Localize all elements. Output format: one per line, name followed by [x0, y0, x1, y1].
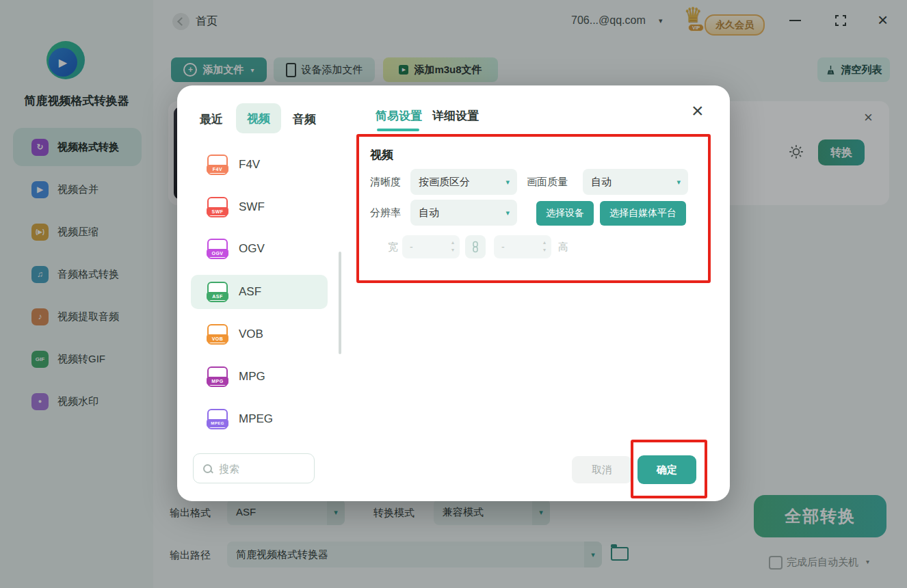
format-name: MPG	[239, 370, 265, 384]
file-icon: F4V	[207, 155, 228, 175]
file-icon: MPEG	[207, 409, 228, 429]
format-name: OGV	[239, 242, 265, 256]
format-settings-modal: 最近 视频 音频 F4V F4V SWF SWF OGV OGV ASF ASF…	[177, 85, 730, 501]
file-icon: OGV	[207, 239, 228, 259]
tab-recent[interactable]: 最近	[200, 111, 223, 127]
format-name: SWF	[239, 200, 265, 214]
format-option-swf[interactable]: SWF SWF	[191, 190, 328, 224]
format-option-mpeg[interactable]: MPEG MPEG	[191, 402, 328, 436]
file-icon: VOB	[207, 324, 228, 345]
format-name: MPEG	[239, 412, 273, 426]
format-list-scrollbar[interactable]	[339, 252, 341, 354]
format-option-mpg[interactable]: MPG MPG	[191, 360, 328, 394]
format-search-box[interactable]	[193, 453, 315, 483]
tab-audio[interactable]: 音频	[293, 111, 316, 127]
format-option-vob[interactable]: VOB VOB	[191, 317, 328, 351]
file-icon: SWF	[207, 197, 228, 217]
tab-detailed-settings[interactable]: 详细设置	[432, 108, 479, 124]
active-tab-underline	[377, 129, 419, 131]
annotation-rect-confirm	[631, 440, 707, 498]
tab-simple-settings[interactable]: 简易设置	[376, 108, 422, 124]
format-name: VOB	[239, 328, 263, 341]
file-icon: ASF	[207, 282, 228, 302]
tab-video[interactable]: 视频	[236, 103, 281, 133]
file-icon: MPG	[207, 366, 228, 387]
annotation-rect-video-settings	[356, 134, 711, 283]
search-input[interactable]	[218, 462, 302, 475]
modal-close-icon[interactable]: ×	[692, 101, 704, 121]
search-icon	[203, 464, 212, 473]
format-name: ASF	[239, 285, 261, 299]
format-option-f4v[interactable]: F4V F4V	[191, 148, 328, 182]
format-name: F4V	[239, 158, 260, 172]
format-option-asf-selected[interactable]: ASF ASF	[191, 275, 328, 309]
cancel-button[interactable]: 取消	[572, 456, 632, 483]
format-option-ogv[interactable]: OGV OGV	[191, 232, 328, 266]
